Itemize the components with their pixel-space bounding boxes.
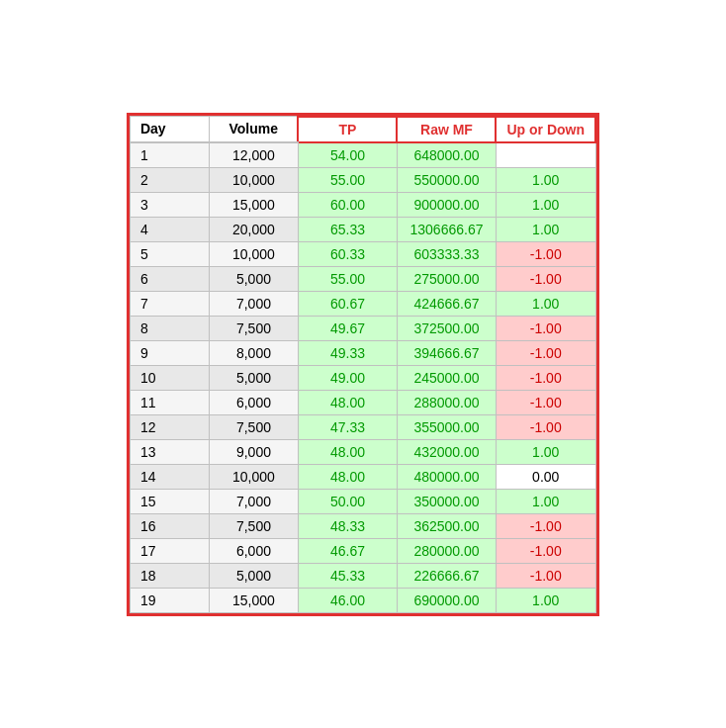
cell-volume: 10,000: [209, 241, 298, 266]
cell-tp: 54.00: [298, 142, 397, 168]
cell-volume: 8,000: [209, 340, 298, 365]
table-row: 510,00060.33603333.33-1.00: [130, 241, 595, 266]
table-row: 116,00048.00288000.00-1.00: [130, 390, 595, 414]
cell-rawmf: 900000.00: [397, 192, 496, 217]
cell-rawmf: 603333.33: [397, 241, 496, 266]
table-row: 65,00055.00275000.00-1.00: [130, 266, 595, 291]
table-row: 139,00048.00432000.001.00: [130, 439, 595, 464]
cell-updown: 1.00: [496, 588, 595, 612]
cell-day: 17: [130, 538, 209, 563]
cell-volume: 5,000: [209, 365, 298, 390]
cell-tp: 60.33: [298, 241, 397, 266]
cell-updown: -1.00: [496, 563, 595, 588]
cell-rawmf: 480000.00: [397, 464, 496, 489]
cell-day: 2: [130, 167, 209, 192]
cell-rawmf: 275000.00: [397, 266, 496, 291]
cell-day: 13: [130, 439, 209, 464]
cell-updown: 0.00: [496, 464, 595, 489]
cell-volume: 7,500: [209, 316, 298, 340]
cell-day: 16: [130, 513, 209, 538]
cell-volume: 5,000: [209, 266, 298, 291]
cell-rawmf: 362500.00: [397, 513, 496, 538]
cell-updown: 1.00: [496, 192, 595, 217]
cell-rawmf: 394666.67: [397, 340, 496, 365]
cell-updown: 1.00: [496, 439, 595, 464]
cell-day: 15: [130, 489, 209, 513]
cell-tp: 55.00: [298, 167, 397, 192]
cell-volume: 7,500: [209, 414, 298, 439]
cell-day: 1: [130, 142, 209, 168]
cell-volume: 10,000: [209, 167, 298, 192]
cell-updown: -1.00: [496, 414, 595, 439]
table-row: 176,00046.67280000.00-1.00: [130, 538, 595, 563]
cell-volume: 7,500: [209, 513, 298, 538]
table-row: 1915,00046.00690000.001.00: [130, 588, 595, 612]
cell-updown: -1.00: [496, 241, 595, 266]
header-volume: Volume: [209, 117, 298, 142]
cell-rawmf: 550000.00: [397, 167, 496, 192]
cell-day: 3: [130, 192, 209, 217]
cell-updown: -1.00: [496, 266, 595, 291]
table-row: 87,50049.67372500.00-1.00: [130, 316, 595, 340]
cell-tp: 48.33: [298, 513, 397, 538]
cell-volume: 6,000: [209, 538, 298, 563]
table-row: 420,00065.331306666.671.00: [130, 217, 595, 241]
cell-volume: 7,000: [209, 489, 298, 513]
data-table: Day Volume TP Raw MF Up or Down 112,0005…: [130, 116, 596, 613]
cell-tp: 55.00: [298, 266, 397, 291]
cell-tp: 48.00: [298, 439, 397, 464]
table-row: 77,00060.67424666.671.00: [130, 291, 595, 316]
cell-tp: 60.00: [298, 192, 397, 217]
cell-tp: 48.00: [298, 390, 397, 414]
cell-day: 10: [130, 365, 209, 390]
table-row: 210,00055.00550000.001.00: [130, 167, 595, 192]
cell-updown: -1.00: [496, 390, 595, 414]
cell-volume: 7,000: [209, 291, 298, 316]
header-row: Day Volume TP Raw MF Up or Down: [130, 117, 595, 142]
cell-rawmf: 245000.00: [397, 365, 496, 390]
table-row: 185,00045.33226666.67-1.00: [130, 563, 595, 588]
cell-rawmf: 355000.00: [397, 414, 496, 439]
cell-rawmf: 424666.67: [397, 291, 496, 316]
main-table-wrapper: Day Volume TP Raw MF Up or Down 112,0005…: [127, 113, 599, 616]
cell-volume: 15,000: [209, 192, 298, 217]
cell-rawmf: 280000.00: [397, 538, 496, 563]
cell-volume: 6,000: [209, 390, 298, 414]
cell-rawmf: 288000.00: [397, 390, 496, 414]
cell-rawmf: 1306666.67: [397, 217, 496, 241]
table-row: 105,00049.00245000.00-1.00: [130, 365, 595, 390]
cell-day: 9: [130, 340, 209, 365]
cell-updown: [496, 142, 595, 168]
cell-day: 14: [130, 464, 209, 489]
cell-day: 11: [130, 390, 209, 414]
cell-volume: 12,000: [209, 142, 298, 168]
cell-tp: 65.33: [298, 217, 397, 241]
cell-tp: 45.33: [298, 563, 397, 588]
cell-updown: -1.00: [496, 365, 595, 390]
cell-day: 12: [130, 414, 209, 439]
header-tp: TP: [298, 117, 397, 142]
cell-volume: 9,000: [209, 439, 298, 464]
cell-tp: 49.33: [298, 340, 397, 365]
table-row: 112,00054.00648000.00: [130, 142, 595, 168]
table-row: 167,50048.33362500.00-1.00: [130, 513, 595, 538]
cell-updown: 1.00: [496, 167, 595, 192]
cell-volume: 20,000: [209, 217, 298, 241]
cell-volume: 5,000: [209, 563, 298, 588]
cell-volume: 10,000: [209, 464, 298, 489]
cell-volume: 15,000: [209, 588, 298, 612]
cell-rawmf: 432000.00: [397, 439, 496, 464]
cell-updown: -1.00: [496, 513, 595, 538]
cell-updown: 1.00: [496, 489, 595, 513]
header-day: Day: [130, 117, 209, 142]
cell-day: 4: [130, 217, 209, 241]
cell-day: 7: [130, 291, 209, 316]
cell-tp: 60.67: [298, 291, 397, 316]
cell-day: 19: [130, 588, 209, 612]
cell-tp: 46.00: [298, 588, 397, 612]
header-rawmf: Raw MF: [397, 117, 496, 142]
cell-tp: 50.00: [298, 489, 397, 513]
cell-updown: -1.00: [496, 340, 595, 365]
cell-updown: -1.00: [496, 316, 595, 340]
table-row: 98,00049.33394666.67-1.00: [130, 340, 595, 365]
